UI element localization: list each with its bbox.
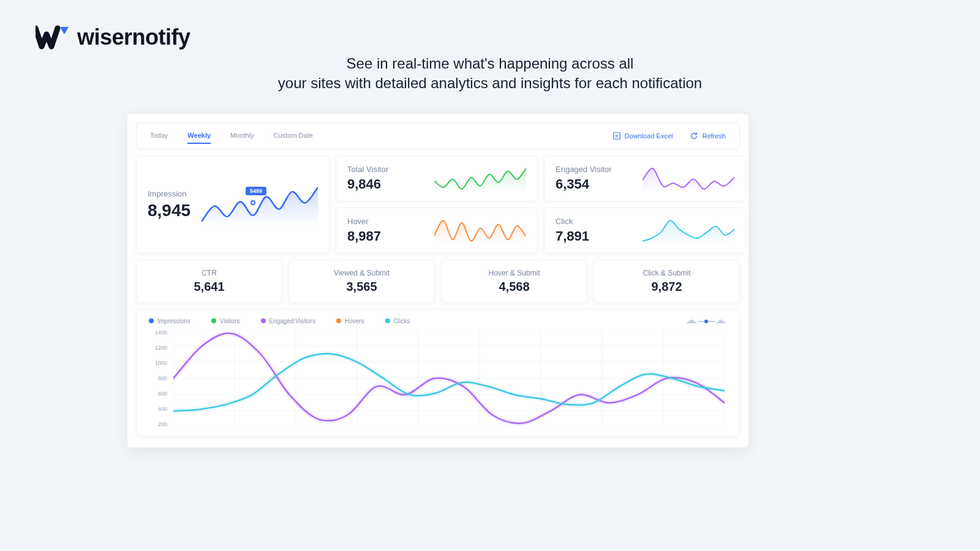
brand-logo: wisernotify bbox=[36, 23, 190, 51]
download-icon bbox=[612, 132, 621, 140]
legend-clicks[interactable]: Clicks bbox=[385, 318, 410, 324]
impression-value: 8,945 bbox=[148, 201, 190, 220]
hover-sparkline bbox=[434, 218, 526, 244]
card-click-submit: Click & Submit 9,872 bbox=[594, 260, 740, 303]
tab-today[interactable]: Today bbox=[150, 128, 168, 144]
tab-monthly[interactable]: Monthly bbox=[230, 128, 254, 144]
legend-visitors[interactable]: Visitors bbox=[211, 318, 240, 324]
engaged-visitor-sparkline bbox=[643, 166, 734, 192]
tab-weekly[interactable]: Weekly bbox=[187, 128, 211, 144]
svg-point-2 bbox=[704, 320, 708, 323]
card-hover: Hover 8,987 bbox=[336, 208, 538, 253]
impression-sparkline: 5489 bbox=[202, 183, 318, 226]
impression-label: Impression bbox=[148, 189, 190, 198]
analytics-panel: Today Weekly Monthly Custom Date Downloa… bbox=[127, 114, 748, 448]
download-excel-button[interactable]: Download Excel bbox=[612, 132, 673, 140]
tab-custom-date[interactable]: Custom Date bbox=[274, 128, 313, 144]
legend-engaged-visitors[interactable]: Engaged Visitors bbox=[261, 318, 315, 324]
page-headline: See in real-time what's happening across… bbox=[0, 54, 980, 94]
card-ctr: CTR 5,641 bbox=[136, 260, 282, 303]
refresh-button[interactable]: Refresh bbox=[690, 132, 726, 140]
card-total-visitor: Total Visitor 9,846 bbox=[336, 156, 538, 201]
card-click: Click 7,891 bbox=[544, 208, 746, 253]
logo-icon bbox=[36, 23, 70, 51]
refresh-icon bbox=[690, 132, 698, 140]
svg-rect-0 bbox=[613, 133, 620, 140]
click-sparkline bbox=[643, 218, 734, 244]
chart-zoom-control[interactable] bbox=[685, 317, 727, 324]
legend-hovers[interactable]: Hovers bbox=[336, 318, 364, 324]
date-range-tabs: Today Weekly Monthly Custom Date bbox=[150, 128, 313, 144]
main-chart: Impressions Visitors Engaged Visitors Ho… bbox=[136, 309, 740, 437]
total-visitor-sparkline bbox=[434, 166, 526, 192]
impression-tooltip: 5489 bbox=[246, 187, 266, 195]
card-engaged-visitor: Engaged Visitor 6,354 bbox=[544, 156, 746, 201]
card-impression: Impression 8,945 5489 bbox=[136, 156, 330, 253]
chart-legend: Impressions Visitors Engaged Visitors Ho… bbox=[149, 317, 727, 324]
brand-name: wisernotify bbox=[77, 24, 190, 50]
card-hover-submit: Hover & Submit 4,568 bbox=[441, 260, 587, 303]
toolbar: Today Weekly Monthly Custom Date Downloa… bbox=[136, 122, 740, 149]
y-axis-labels: 1400 1200 1000 800 600 400 200 bbox=[149, 329, 171, 427]
card-viewed-submit: Viewed & Submit 3,565 bbox=[288, 260, 435, 303]
legend-impressions[interactable]: Impressions bbox=[149, 318, 190, 324]
